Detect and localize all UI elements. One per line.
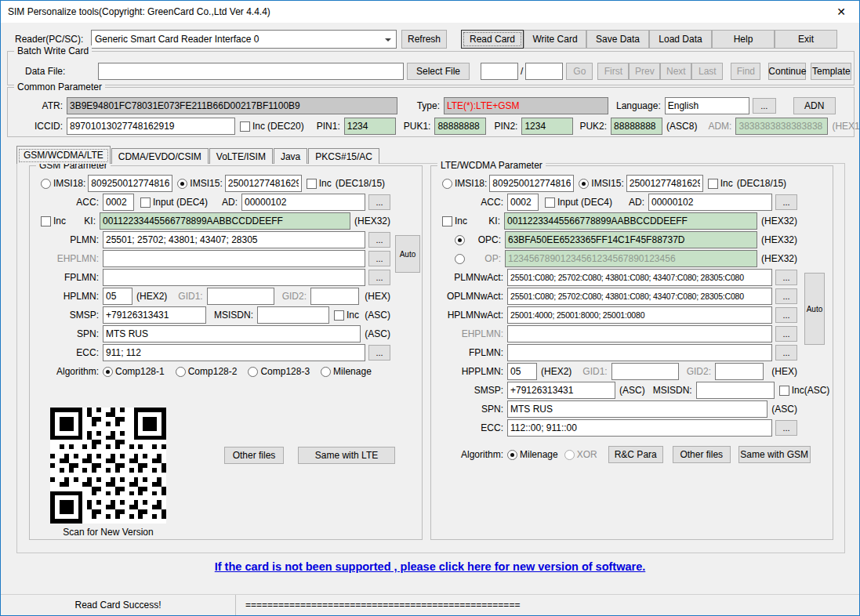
- lte-imsi-inc-checkbox[interactable]: [708, 179, 718, 189]
- lte-hplmnwact-more-button[interactable]: ...: [775, 307, 797, 323]
- lte-alg-milenage-radio[interactable]: [507, 450, 517, 460]
- gsm-plmn-auto-button[interactable]: Auto: [395, 235, 420, 273]
- puk2-input[interactable]: [611, 118, 662, 135]
- gsm-ki-inc-checkbox[interactable]: [41, 216, 51, 226]
- gsm-gid2-input[interactable]: [310, 288, 359, 305]
- rc-para-button[interactable]: R&C Para: [608, 446, 663, 463]
- exit-button[interactable]: Exit: [775, 30, 837, 49]
- lte-ehplmn-more-button[interactable]: ...: [775, 326, 797, 342]
- gsm-msisdn-input[interactable]: [257, 306, 329, 324]
- pin2-input[interactable]: [521, 118, 573, 135]
- new-version-link[interactable]: If the card is not been supported , plea…: [215, 560, 646, 573]
- gsm-imsi-inc-checkbox[interactable]: [307, 179, 317, 189]
- tab-pkcs15-ac[interactable]: PKCS#15/AC: [308, 148, 379, 164]
- template-button[interactable]: Template: [811, 63, 851, 80]
- tab-java[interactable]: Java: [274, 148, 307, 164]
- lte-imsi18-input[interactable]: [489, 175, 574, 192]
- gsm-imsi15-radio[interactable]: [177, 179, 187, 189]
- lte-fplmn-more-button[interactable]: ...: [775, 345, 797, 361]
- gsm-alg-milenage-radio[interactable]: [321, 367, 331, 377]
- lte-oplmnwact-more-button[interactable]: ...: [775, 288, 797, 304]
- lte-smsp-input[interactable]: [507, 382, 615, 399]
- iccid-inc-checkbox[interactable]: [240, 121, 250, 132]
- pin1-input[interactable]: [344, 118, 396, 135]
- lte-acc-input[interactable]: [507, 194, 539, 211]
- gsm-imsi18-radio[interactable]: [41, 179, 51, 189]
- lte-oplmnwact-input[interactable]: [507, 288, 772, 305]
- gsm-alg-comp128-1-radio[interactable]: [103, 367, 113, 377]
- gsm-ehplmn-input[interactable]: [103, 250, 365, 267]
- lte-op-radio[interactable]: [455, 254, 465, 264]
- close-icon[interactable]: ✕: [823, 2, 859, 23]
- gsm-alg-comp128-3-radio[interactable]: [248, 367, 258, 377]
- lte-gid2-input[interactable]: [715, 363, 764, 380]
- lte-other-files-button[interactable]: Other files: [673, 446, 731, 463]
- lte-ehplmn-input[interactable]: [507, 325, 772, 342]
- gsm-ecc-more-button[interactable]: ...: [368, 345, 390, 361]
- gsm-gid1-input[interactable]: [207, 288, 274, 305]
- lte-opc-radio[interactable]: [455, 235, 465, 245]
- gsm-spn-input[interactable]: [103, 325, 361, 342]
- lte-gid1-input[interactable]: [611, 363, 679, 380]
- gsm-plmn-input[interactable]: [103, 231, 365, 248]
- lte-msisdn-inc-checkbox[interactable]: [779, 386, 789, 396]
- lte-ecc-more-button[interactable]: ...: [775, 420, 797, 436]
- lte-hplmnwact-input[interactable]: [507, 306, 772, 324]
- select-file-button[interactable]: Select File: [407, 63, 470, 80]
- lte-spn-input[interactable]: [507, 400, 767, 418]
- continue-button[interactable]: Continue: [768, 63, 806, 80]
- same-with-lte-button[interactable]: Same with LTE: [298, 447, 395, 464]
- gsm-ki-input[interactable]: [100, 212, 350, 230]
- page-current-input[interactable]: [481, 63, 518, 80]
- read-card-button[interactable]: Read Card: [461, 30, 524, 49]
- language-more-button[interactable]: ...: [753, 98, 776, 114]
- lte-imsi15-radio[interactable]: [579, 179, 589, 189]
- gsm-ad-input[interactable]: [241, 194, 365, 211]
- gsm-alg-comp128-2-radio[interactable]: [176, 367, 186, 377]
- gsm-acc-input[interactable]: [103, 194, 134, 211]
- same-with-gsm-button[interactable]: Same with GSM: [738, 446, 811, 463]
- lte-acc-input-checkbox[interactable]: [545, 197, 555, 208]
- lte-ecc-input[interactable]: [507, 419, 772, 437]
- lte-plmnwact-input[interactable]: [507, 269, 772, 286]
- language-select[interactable]: English: [665, 97, 749, 114]
- save-data-button[interactable]: Save Data: [586, 30, 649, 49]
- gsm-hplmn-input[interactable]: [103, 288, 132, 305]
- lte-fplmn-input[interactable]: [507, 344, 772, 361]
- help-button[interactable]: Help: [712, 30, 775, 49]
- tab-gsm-wcdma-lte[interactable]: GSM/WCDMA/LTE: [16, 146, 111, 164]
- lte-ki-inc-checkbox[interactable]: [442, 216, 452, 226]
- reader-select[interactable]: Generic Smart Card Reader Interface 0: [91, 30, 397, 49]
- lte-imsi15-input[interactable]: [626, 175, 703, 192]
- gsm-msisdn-inc-checkbox[interactable]: [334, 310, 344, 321]
- gsm-fplmn-more-button[interactable]: ...: [368, 270, 390, 285]
- lte-imsi18-radio[interactable]: [442, 179, 452, 189]
- lte-ad-input[interactable]: [648, 194, 772, 211]
- tab-cdma-evdo-csim[interactable]: CDMA/EVDO/CSIM: [111, 148, 209, 164]
- gsm-ehplmn-more-button[interactable]: ...: [368, 251, 390, 266]
- lte-plmn-auto-button[interactable]: Auto: [804, 273, 825, 345]
- lte-opc-input[interactable]: [505, 231, 757, 248]
- lte-ad-more-button[interactable]: ...: [775, 194, 797, 210]
- puk1-input[interactable]: [434, 118, 486, 135]
- gsm-ad-more-button[interactable]: ...: [368, 194, 390, 210]
- lte-msisdn-input[interactable]: [696, 382, 775, 399]
- adn-button[interactable]: ADN: [793, 97, 836, 114]
- gsm-smsp-input[interactable]: [103, 306, 206, 324]
- load-data-button[interactable]: Load Data: [649, 30, 712, 49]
- iccid-input[interactable]: [67, 118, 235, 135]
- lte-plmnwact-more-button[interactable]: ...: [775, 270, 797, 285]
- refresh-button[interactable]: Refresh: [401, 30, 447, 49]
- gsm-imsi18-input[interactable]: [88, 175, 172, 192]
- gsm-ecc-input[interactable]: [103, 344, 365, 361]
- lte-ki-input[interactable]: [504, 212, 757, 230]
- gsm-other-files-button[interactable]: Other files: [224, 447, 284, 464]
- page-total-input[interactable]: [525, 63, 563, 80]
- gsm-acc-input-checkbox[interactable]: [140, 197, 151, 208]
- gsm-imsi15-input[interactable]: [225, 175, 302, 192]
- tab-volte-isim[interactable]: VoLTE/ISIM: [209, 148, 273, 164]
- gsm-fplmn-input[interactable]: [103, 269, 365, 286]
- lte-hpplmn-input[interactable]: [507, 363, 537, 380]
- write-card-button[interactable]: Write Card: [524, 30, 586, 49]
- gsm-plmn-more-button[interactable]: ...: [368, 232, 390, 248]
